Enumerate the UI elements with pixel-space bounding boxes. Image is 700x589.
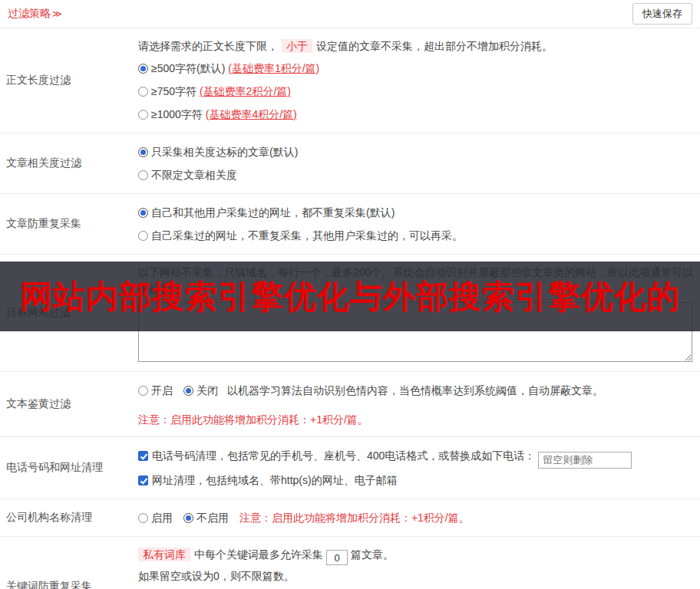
page-title-text: 过滤策略 (8, 7, 51, 19)
radio-icon[interactable] (138, 64, 148, 74)
lexicon-badge[interactable]: 私有词库 (138, 548, 190, 561)
option-on-label[interactable]: 开启 (151, 384, 173, 397)
page-title[interactable]: 过滤策略≫ (8, 7, 62, 21)
fee-note: (基础费率1积分/篇) (228, 62, 319, 74)
row-porn-filter: 文本鉴黄过滤 开启关闭 以机器学习算法自动识别色情内容，当色情概率达到系统阈值，… (0, 371, 700, 436)
radio-icon[interactable] (138, 231, 148, 241)
url-clean-option[interactable]: 网址清理，包括纯域名、带http(s)的网址、电子邮箱 (138, 469, 694, 492)
radio-icon[interactable] (183, 386, 193, 396)
radio-icon[interactable] (138, 87, 148, 97)
radio-icon[interactable] (138, 147, 148, 157)
row-label-company-clean: 公司机构名称清理 (0, 499, 135, 536)
radio-icon[interactable] (138, 110, 148, 120)
intro-highlight: 小于 (282, 39, 312, 53)
row-keyword-dedup: 关键词防重复采集 私有词库中每个关键词最多允许采集篇文章。 如果留空或设为0，则… (0, 536, 700, 589)
row-dedup-filter: 文章防重复采集 自己和其他用户采集过的网址，都不重复采集(默认) 自己采集过的网… (0, 193, 700, 254)
radio-icon[interactable] (183, 513, 193, 523)
topbar: 过滤策略≫ 快速保存 (0, 0, 700, 28)
row-label-porn-filter: 文本鉴黄过滤 (0, 372, 135, 436)
replacement-phone-input[interactable] (538, 452, 632, 469)
line1-end: 篇文章。 (351, 548, 394, 561)
collapse-chevron-icon[interactable]: ≫ (52, 8, 62, 19)
phone-clean-option[interactable]: 电话号码清理，包括常见的手机号、座机号、400电话格式，或替换成如下电话： (138, 444, 694, 469)
overlay-banner-text: 网站内部搜索引擎优化与外部搜索引擎优化的 (20, 275, 680, 318)
option-off-label[interactable]: 不启用 (196, 512, 229, 524)
porn-filter-desc: 以机器学习算法自动识别色情内容，当色情概率达到系统阈值，自动屏蔽文章。 (227, 384, 603, 397)
row-label-dedup-filter: 文章防重复采集 (0, 194, 135, 254)
company-clean-options: 启用不启用 注意：启用此功能将增加积分消耗：+1积分/篇。 (138, 506, 694, 529)
option-off-label[interactable]: 关闭 (196, 384, 218, 397)
porn-filter-options: 开启关闭 以机器学习算法自动识别色情内容，当色情概率达到系统阈值，自动屏蔽文章。 (138, 379, 694, 402)
row-company-clean: 公司机构名称清理 启用不启用 注意：启用此功能将增加积分消耗：+1积分/篇。 (0, 499, 700, 536)
radio-icon[interactable] (138, 513, 148, 523)
keyword-dedup-line1: 私有词库中每个关键词最多允许采集篇文章。 (138, 544, 694, 566)
intro-post: 设定值的文章不采集，超出部分不增加积分消耗。 (316, 40, 553, 52)
fee-note: (基础费率4积分/篇) (206, 108, 297, 120)
option-label[interactable]: 网址清理，包括纯域名、带http(s)的网址、电子邮箱 (152, 474, 398, 486)
option-label[interactable]: 自己和其他用户采集过的网址，都不重复采集(默认) (151, 206, 395, 219)
filter-settings-page: { "header": { "title": "过滤策略", "collapse… (0, 0, 700, 589)
row-label-length-filter: 正文长度过滤 (0, 28, 135, 133)
quick-save-button[interactable]: 快速保存 (632, 3, 692, 25)
row-phone-url-clean: 电话号码和网址清理 电话号码清理，包括常见的手机号、座机号、400电话格式，或替… (0, 436, 700, 499)
max-articles-input[interactable] (326, 550, 348, 565)
line1-mid: 中每个关键词最多允许采集 (194, 548, 323, 561)
radio-icon[interactable] (138, 386, 148, 396)
radio-icon[interactable] (138, 208, 148, 218)
radio-icon[interactable] (138, 170, 148, 180)
option-label[interactable]: ≥750字符 (151, 85, 200, 97)
relevance-option-strict[interactable]: 只采集相关度达标的文章(默认) (138, 140, 694, 163)
intro-pre: 请选择需求的正文长度下限， (138, 40, 278, 52)
checkbox-icon[interactable] (138, 475, 148, 485)
keyword-dedup-line2: 如果留空或设为0，则不限篇数。 (138, 565, 694, 587)
dedup-option-global[interactable]: 自己和其他用户采集过的网址，都不重复采集(默认) (138, 201, 694, 224)
option-label[interactable]: 只采集相关度达标的文章(默认) (151, 146, 298, 158)
overlay-banner: 网站内部搜索引擎优化与外部搜索引擎优化的 (0, 262, 700, 331)
fee-note: (基础费率2积分/篇) (200, 85, 291, 97)
option-on-label[interactable]: 启用 (151, 512, 173, 524)
dedup-option-self[interactable]: 自己采集过的网址，不重复采集，其他用户采集过的，可以再采。 (138, 224, 694, 247)
option-label[interactable]: ≥1000字符 (151, 108, 206, 120)
row-relevance-filter: 文章相关度过滤 只采集相关度达标的文章(默认) 不限定文章相关度 (0, 133, 700, 193)
row-label-keyword-dedup: 关键词防重复采集 (0, 537, 135, 589)
length-option-500[interactable]: ≥500字符(默认) (基础费率1积分/篇) (138, 57, 694, 80)
relevance-option-any[interactable]: 不限定文章相关度 (138, 163, 694, 186)
company-clean-note: 注意：启用此功能将增加积分消耗：+1积分/篇。 (239, 512, 470, 524)
row-label-phone-url-clean: 电话号码和网址清理 (0, 437, 135, 499)
length-filter-intro: 请选择需求的正文长度下限，小于设定值的文章不采集，超出部分不增加积分消耗。 (138, 35, 694, 57)
checkbox-icon[interactable] (138, 451, 148, 461)
row-length-filter: 正文长度过滤 请选择需求的正文长度下限，小于设定值的文章不采集，超出部分不增加积… (0, 28, 700, 133)
length-option-1000[interactable]: ≥1000字符 (基础费率4积分/篇) (138, 103, 694, 126)
option-label[interactable]: 自己采集过的网址，不重复采集，其他用户采集过的，可以再采。 (151, 229, 463, 242)
option-label[interactable]: 不限定文章相关度 (151, 169, 237, 181)
porn-filter-note: 注意：启用此功能将增加积分消耗：+1积分/篇。 (138, 410, 694, 429)
option-label[interactable]: 电话号码清理，包括常见的手机号、座机号、400电话格式，或替换成如下电话： (152, 449, 535, 462)
row-label-relevance-filter: 文章相关度过滤 (0, 133, 135, 193)
option-label[interactable]: ≥500字符(默认) (151, 62, 228, 74)
length-option-750[interactable]: ≥750字符 (基础费率2积分/篇) (138, 80, 694, 103)
